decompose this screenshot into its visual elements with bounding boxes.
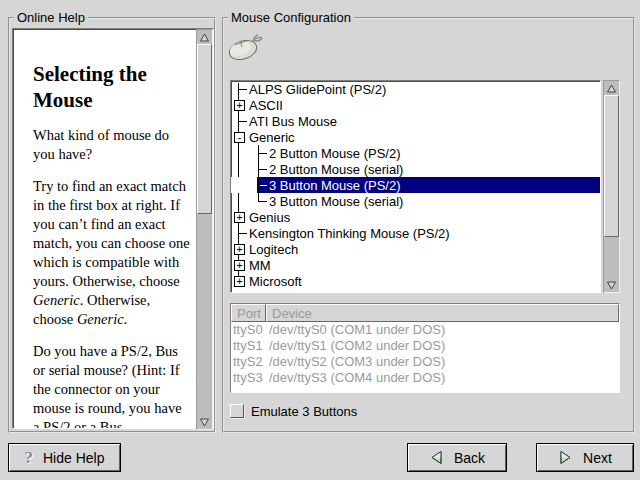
mouse-icon xyxy=(227,29,267,63)
tree-item[interactable]: MM xyxy=(231,257,600,273)
scroll-down-icon[interactable] xyxy=(197,415,212,429)
help-scrollbar-thumb[interactable] xyxy=(197,44,212,214)
help-text: Selecting the Mouse What kind of mouse d… xyxy=(13,29,196,428)
port-device-table: Port Device ttyS0/dev/ttyS0 (COM1 under … xyxy=(230,303,620,393)
generic-term: Generic xyxy=(77,311,124,327)
generic-term: Generic xyxy=(33,292,80,308)
scroll-down-icon[interactable] xyxy=(604,278,619,292)
next-arrow-icon xyxy=(558,450,573,465)
expand-plus-icon[interactable] xyxy=(234,244,245,255)
expand-plus-icon[interactable] xyxy=(234,212,245,223)
tree-item-selected[interactable]: 3 Button Mouse (PS/2) xyxy=(231,177,600,193)
tree-item[interactable]: Microsoft xyxy=(231,273,600,289)
expand-plus-icon[interactable] xyxy=(234,100,245,111)
tree-scrollbar-thumb[interactable] xyxy=(604,95,619,237)
next-button-label: Next xyxy=(583,450,612,466)
column-header-port[interactable]: Port xyxy=(231,304,266,322)
help-question-icon: ? xyxy=(25,448,34,468)
back-arrow-icon xyxy=(429,450,444,465)
tree-scrollbar[interactable] xyxy=(603,80,620,293)
tree-item[interactable]: Generic xyxy=(231,129,600,145)
mouse-tree: ALPS GlidePoint (PS/2) ASCII ATI Bus Mou… xyxy=(230,80,601,293)
collapse-minus-icon[interactable] xyxy=(234,132,245,143)
tree-item[interactable]: Kensington Thinking Mouse (PS/2) xyxy=(231,225,600,241)
scroll-up-icon[interactable] xyxy=(604,81,619,95)
tree-item[interactable]: ATI Bus Mouse xyxy=(231,113,600,129)
help-scrollbar[interactable] xyxy=(196,29,213,430)
next-button[interactable]: Next xyxy=(536,443,634,472)
tree-item[interactable]: Logitech xyxy=(231,241,600,257)
tree-scrollbar-trough[interactable] xyxy=(604,237,619,278)
scroll-up-icon[interactable] xyxy=(197,30,212,44)
table-body: ttyS0/dev/ttyS0 (COM1 under DOS) ttyS1/d… xyxy=(231,322,619,392)
emulate-3-buttons-checkbox[interactable] xyxy=(230,404,244,418)
table-row[interactable]: ttyS1/dev/ttyS1 (COM2 under DOS) xyxy=(231,338,619,354)
table-row[interactable]: ttyS3/dev/ttyS3 (COM4 under DOS) xyxy=(231,370,619,386)
back-button-label: Back xyxy=(454,450,485,466)
hide-help-button-label: Hide Help xyxy=(43,450,104,466)
hide-help-button[interactable]: ? Hide Help xyxy=(8,443,121,472)
tree-item[interactable]: 3 Button Mouse (serial) xyxy=(231,193,600,209)
column-header-device[interactable]: Device xyxy=(266,304,619,322)
tree-item[interactable]: ASCII xyxy=(231,97,600,113)
emulate-3-buttons-row: Emulate 3 Buttons xyxy=(230,403,357,419)
help-paragraph-3: Do you have a PS/2, Bus or serial mouse?… xyxy=(33,342,190,428)
tree-item[interactable]: 2 Button Mouse (serial) xyxy=(231,161,600,177)
table-row[interactable]: ttyS2/dev/ttyS2 (COM3 under DOS) xyxy=(231,354,619,370)
mouse-config-frame-title: Mouse Configuration xyxy=(228,10,354,25)
back-button[interactable]: Back xyxy=(407,443,507,472)
table-row[interactable]: ttyS0/dev/ttyS0 (COM1 under DOS) xyxy=(231,322,619,338)
emulate-3-buttons-label: Emulate 3 Buttons xyxy=(251,404,357,419)
help-viewer: Selecting the Mouse What kind of mouse d… xyxy=(12,28,214,429)
installer-window: Online Help Selecting the Mouse What kin… xyxy=(0,0,640,480)
help-title: Selecting the Mouse xyxy=(33,61,190,113)
tree-item[interactable]: 2 Button Mouse (PS/2) xyxy=(231,145,600,161)
table-header-row: Port Device xyxy=(231,304,619,322)
expand-plus-icon[interactable] xyxy=(234,276,245,287)
help-paragraph-2: Try to find an exact match in the first … xyxy=(33,177,190,329)
tree-item[interactable]: ALPS GlidePoint (PS/2) xyxy=(231,81,600,97)
expand-plus-icon[interactable] xyxy=(234,260,245,271)
help-paragraph-1: What kind of mouse do you have? xyxy=(33,126,190,164)
tree-item[interactable]: Genius xyxy=(231,209,600,225)
help-scrollbar-trough[interactable] xyxy=(197,214,212,415)
online-help-frame-title: Online Help xyxy=(14,10,88,25)
